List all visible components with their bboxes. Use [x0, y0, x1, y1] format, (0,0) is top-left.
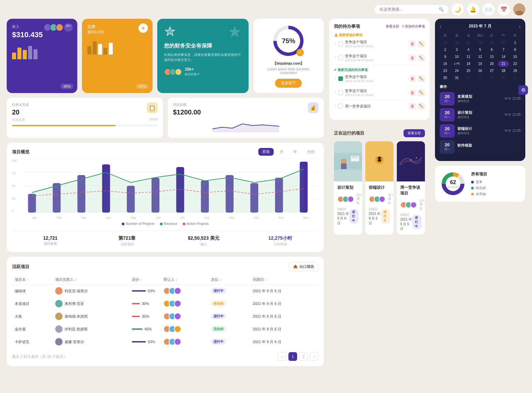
detail-button[interactable]: 更多细节	[275, 79, 302, 88]
cal-today[interactable]: 21	[498, 61, 509, 67]
cal-day[interactable]: 31	[451, 75, 462, 81]
cal-day[interactable]: 24	[451, 68, 462, 74]
revenue-amount: $310.435	[12, 30, 72, 39]
cal-day[interactable]: 27	[486, 68, 497, 74]
cal-day[interactable]: 18	[463, 61, 474, 67]
add-todo-link[interactable]: + 添加待办事项	[402, 24, 425, 29]
cal-day[interactable]: 3	[451, 47, 462, 53]
cal-day[interactable]: 5	[510, 75, 521, 81]
tab-week[interactable]: 星期	[258, 148, 274, 156]
cal-prev-button[interactable]: ‹	[440, 24, 441, 29]
event-item-2: 20 周一 设计策划 威特科技 中午 12:05	[440, 108, 521, 122]
export-button[interactable]: 📤 出口报告	[289, 262, 319, 271]
cal-day[interactable]: 11	[463, 54, 474, 60]
project-assignees	[161, 335, 208, 348]
cal-day[interactable]: 16	[440, 61, 451, 67]
cal-next-button[interactable]: ›	[519, 24, 521, 29]
page-1-button[interactable]: 1	[288, 352, 297, 361]
todo-checkbox-5[interactable]	[338, 104, 343, 108]
delete-todo-button[interactable]: 🗑	[409, 89, 416, 96]
delete-todo-button[interactable]: 🗑	[409, 40, 416, 48]
search-input[interactable]	[379, 7, 436, 12]
cal-day[interactable]: 28	[498, 68, 509, 74]
calendar-button[interactable]: 📅	[498, 3, 510, 15]
avatar-group: 25+	[43, 23, 73, 31]
progress-circle: 75% ✓	[272, 24, 305, 58]
status-badge: 进行中	[211, 288, 226, 294]
cal-day[interactable]: 23	[440, 68, 451, 74]
search-box[interactable]: 🔍	[375, 5, 448, 14]
cal-header-tu: 途	[463, 32, 474, 39]
cal-day[interactable]: 2	[475, 75, 486, 81]
cal-day[interactable]: 10	[451, 54, 462, 60]
cal-day[interactable]: 29	[486, 40, 497, 46]
dark-mode-button[interactable]: 🌙	[452, 3, 464, 15]
cal-day[interactable]: 28	[475, 40, 486, 46]
cal-day[interactable]: 26	[451, 40, 462, 46]
settings-icon[interactable]: ⚙️	[519, 85, 528, 95]
exp-bar-1	[87, 46, 91, 55]
cal-day[interactable]: 1	[510, 40, 521, 46]
todo-checkbox-2[interactable]	[338, 56, 343, 60]
revenue-percent: 45%	[61, 84, 73, 89]
edit-todo-button[interactable]: ✏️	[418, 54, 425, 62]
cal-day[interactable]: 25	[463, 68, 474, 74]
edit-todo-button[interactable]: ✏️	[418, 89, 425, 96]
cal-day[interactable]: 6	[486, 47, 497, 53]
cal-day[interactable]: 19	[475, 61, 486, 67]
cal-day[interactable]: 15	[510, 54, 521, 60]
owner-cell: 伊利亚·愈婧斯	[55, 325, 126, 333]
view-all-button[interactable]: 查看全部	[404, 129, 425, 137]
cal-day[interactable]: 1	[463, 75, 474, 81]
cal-day[interactable]: 3	[486, 75, 497, 81]
cal-day[interactable]: 26	[475, 68, 486, 74]
mail-button[interactable]: ✉️	[482, 3, 495, 15]
cal-day[interactable]: 5	[475, 47, 486, 53]
edit-todo-button[interactable]: ✏️	[418, 40, 425, 48]
edit-todo-button[interactable]: ✏️	[418, 75, 425, 82]
cal-day[interactable]: 20	[486, 61, 497, 67]
cal-day[interactable]: 7	[498, 47, 509, 53]
tab-all[interactable]: 全部	[303, 148, 319, 156]
rp-card-img-1	[334, 141, 362, 181]
donut-card: 62 Compete 所有项目 竞争 待办的	[435, 166, 525, 202]
user-avatar[interactable]	[513, 3, 525, 15]
cal-day[interactable]: 17号	[451, 61, 462, 67]
notification-button[interactable]: 🔔	[467, 3, 479, 15]
cal-day[interactable]: 12	[475, 54, 486, 60]
add-expense-button[interactable]: +	[139, 23, 148, 33]
cal-day[interactable]: 4	[463, 47, 474, 53]
prev-page-button[interactable]: ‹	[278, 352, 286, 361]
cal-day[interactable]: 14	[498, 54, 509, 60]
cal-day[interactable]: 2	[440, 47, 451, 53]
view-all-link[interactable]: 查看全部	[386, 24, 399, 29]
delete-todo-button[interactable]: 🗑	[409, 75, 416, 82]
cal-day[interactable]: 25	[440, 40, 451, 46]
edit-todo-button[interactable]: ✏️	[418, 102, 425, 110]
cal-day[interactable]: 27	[463, 40, 474, 46]
tab-year[interactable]: 年	[289, 148, 301, 156]
delete-todo-button[interactable]: 🗑	[409, 102, 416, 110]
cal-day[interactable]: 30	[440, 75, 451, 81]
owner-avatar	[55, 287, 63, 295]
drag-handle: ⠿	[334, 77, 336, 80]
cal-day[interactable]: 29	[510, 68, 521, 74]
todo-checkbox-1[interactable]	[338, 42, 343, 46]
cal-day[interactable]: 9	[440, 54, 451, 60]
cal-day[interactable]: 8	[510, 47, 521, 53]
page-2-button[interactable]: 2	[299, 352, 308, 361]
cal-day[interactable]: 22	[510, 61, 521, 67]
assignee-avatars	[163, 287, 205, 295]
cal-day[interactable]: 13	[486, 54, 497, 60]
tab-month[interactable]: 月	[276, 148, 287, 156]
todo-content-1: 竞争这个项目 2023-12-26 07:15:00	[345, 40, 407, 48]
project-owner: 威廉·里查尔	[53, 335, 129, 348]
next-page-button[interactable]: ›	[310, 352, 319, 361]
cal-day[interactable]: 4	[498, 75, 509, 81]
circle-percent: 75%	[282, 37, 295, 45]
cal-day[interactable]: 30	[498, 40, 509, 46]
project-due: 2021 年 9 月 6 日	[250, 285, 319, 298]
todo-checkbox-4[interactable]	[338, 90, 343, 95]
todo-checkbox-3[interactable]	[338, 76, 343, 81]
delete-todo-button[interactable]: 🗑	[409, 54, 416, 62]
